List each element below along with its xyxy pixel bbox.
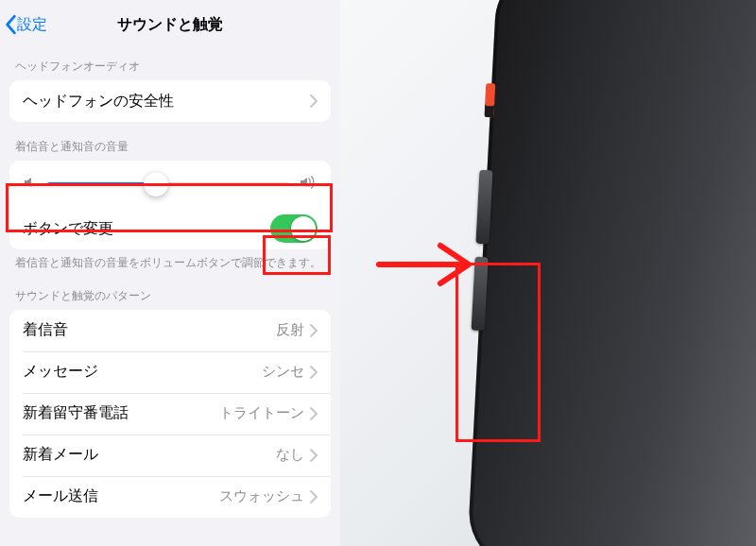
mute-switch-icon xyxy=(484,83,495,117)
chevron-right-icon xyxy=(310,94,318,108)
toggle-knob xyxy=(291,216,316,241)
row-label: メール送信 xyxy=(23,486,219,506)
row-label: ボタンで変更 xyxy=(23,219,270,239)
table-row[interactable]: メール送信スウォッシュ xyxy=(9,476,331,518)
row-value: スウォッシュ xyxy=(219,487,304,505)
table-row[interactable]: 着信音反射 xyxy=(9,310,331,351)
chevron-right-icon xyxy=(310,449,318,462)
volume-min-icon xyxy=(23,175,38,194)
slider-thumb[interactable] xyxy=(144,172,168,196)
row-label: 新着メール xyxy=(23,445,276,465)
page-title: サウンドと触覚 xyxy=(117,15,223,35)
group-volume: ボタンで変更 xyxy=(9,161,331,249)
volume-slider-row xyxy=(9,161,331,208)
table-row[interactable]: メッセージシンセ xyxy=(9,351,331,393)
row-label: 着信音 xyxy=(23,320,276,340)
volume-slider[interactable] xyxy=(47,182,289,186)
table-row[interactable]: 新着メールなし xyxy=(9,435,331,476)
section-header-headphone: ヘッドフォンオーディオ xyxy=(0,42,340,80)
group-patterns: 着信音反射メッセージシンセ新着留守番電話トライトーン新着メールなしメール送信スウ… xyxy=(9,310,331,518)
section-header-patterns: サウンドと触覚のパターン xyxy=(0,271,340,310)
chevron-right-icon xyxy=(310,490,318,503)
section-header-volume: 着信音と通知音の音量 xyxy=(0,122,340,161)
row-value: 反射 xyxy=(276,321,304,339)
chevron-right-icon xyxy=(310,366,318,379)
volume-max-icon xyxy=(299,175,318,194)
chevron-right-icon xyxy=(310,407,318,420)
row-label: 新着留守番電話 xyxy=(23,403,219,423)
chevron-right-icon xyxy=(310,324,318,337)
back-button[interactable]: 設定 xyxy=(4,14,47,35)
row-value: なし xyxy=(276,446,304,464)
chevron-left-icon xyxy=(4,14,17,35)
navbar: 設定 サウンドと触覚 xyxy=(0,0,340,42)
row-label: メッセージ xyxy=(23,362,262,382)
row-label: ヘッドフォンの安全性 xyxy=(23,92,310,111)
table-row[interactable]: 新着留守番電話トライトーン xyxy=(9,393,331,435)
row-change-with-buttons: ボタンで変更 xyxy=(9,208,331,249)
toggle-change-with-buttons[interactable] xyxy=(270,214,318,243)
row-value: シンセ xyxy=(262,363,304,381)
group-headphone: ヘッドフォンの安全性 xyxy=(9,80,331,122)
arrow-icon xyxy=(374,236,478,297)
section-footer-volume: 着信音と通知音の音量をボリュームボタンで調節できます。 xyxy=(0,249,340,271)
row-headphone-safety[interactable]: ヘッドフォンの安全性 xyxy=(9,80,331,122)
back-label: 設定 xyxy=(17,15,47,35)
row-value: トライトーン xyxy=(219,404,304,422)
slider-fill xyxy=(47,182,156,186)
ios-settings-panel: 設定 サウンドと触覚 ヘッドフォンオーディオ ヘッドフォンの安全性 着信音と通知… xyxy=(0,0,340,546)
